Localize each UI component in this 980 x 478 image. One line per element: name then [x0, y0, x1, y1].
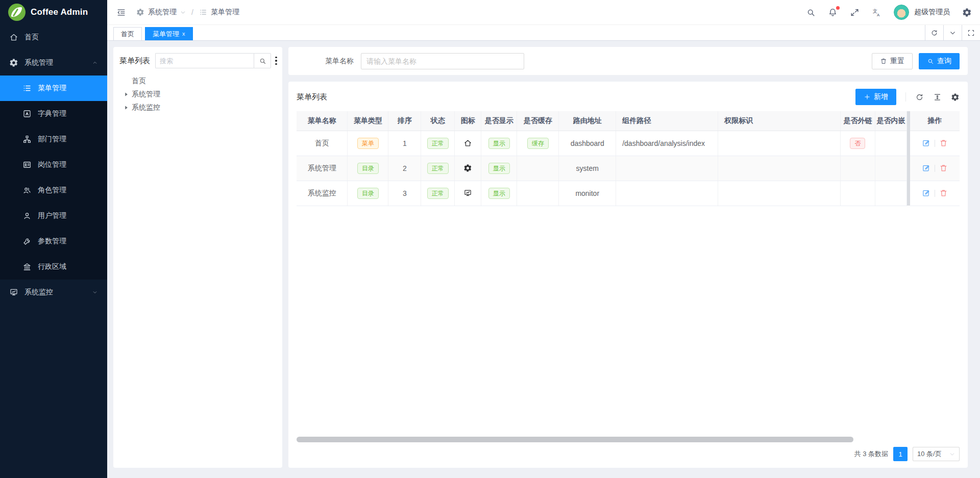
sidebar-item-region-mgmt[interactable]: 行政区域	[0, 254, 107, 280]
tree-search	[155, 53, 271, 68]
delete-icon[interactable]	[939, 139, 948, 147]
caret-right-icon[interactable]	[122, 104, 130, 111]
refresh-tab-button[interactable]	[925, 25, 943, 40]
sidebar-item-param-mgmt[interactable]: 参数管理	[0, 229, 107, 254]
add-button[interactable]: 新增	[855, 89, 896, 105]
sidebar-item-role-mgmt[interactable]: 角色管理	[0, 178, 107, 203]
action-row	[910, 181, 960, 206]
col-header: 路由地址	[559, 111, 616, 131]
main-area: 系统管理 / 菜单管理 文A 超级管理员	[107, 0, 980, 478]
dictionary-icon	[22, 109, 32, 118]
tab-options-button[interactable]	[943, 25, 962, 40]
logo-leaf-icon	[8, 4, 26, 21]
tab-menu-mgmt[interactable]: 菜单管理 x	[145, 27, 193, 40]
col-header: 图标	[455, 111, 481, 131]
reset-button[interactable]: 重置	[872, 53, 913, 69]
sidebar-item-label: 部门管理	[38, 135, 66, 144]
settings-gear-icon[interactable]	[962, 8, 972, 17]
user-menu[interactable]: 超级管理员	[894, 5, 950, 20]
tab-close-icon[interactable]: x	[182, 31, 185, 37]
sidebar-item-label: 行政区域	[38, 262, 66, 271]
col-header: 菜单类型	[348, 111, 388, 131]
edit-icon[interactable]	[922, 164, 930, 172]
collapse-sidebar-icon[interactable]	[116, 8, 126, 17]
pagination-total: 共 3 条数据	[854, 449, 888, 459]
page-size-select[interactable]: 10 条/页	[913, 447, 960, 461]
menu-table: 菜单名称 菜单类型 排序 状态 图标 是否显示 是否缓存 路由地址 组件路径	[297, 111, 907, 206]
action-column-table: 操作	[910, 111, 960, 206]
sidebar-item-monitor[interactable]: 系统监控	[0, 280, 107, 305]
sidebar-item-label: 角色管理	[38, 186, 66, 195]
tree-node-label: 系统监控	[132, 103, 160, 112]
table-row[interactable]: 系统管理 目录 2 正常 显示 system	[297, 156, 907, 181]
horizontal-scrollbar-thumb[interactable]	[297, 437, 853, 442]
menu-name-input[interactable]	[361, 53, 524, 69]
cell-menu-name: 系统管理	[297, 156, 348, 181]
sidebar-item-menu-mgmt[interactable]: 菜单管理	[0, 76, 107, 101]
breadcrumb-separator: /	[191, 8, 193, 16]
horizontal-scrollbar	[297, 437, 960, 442]
table-row[interactable]: 首页 菜单 1 正常 显示 缓存 dashboard /dashboard/an…	[297, 131, 907, 156]
search-icon[interactable]	[806, 8, 816, 17]
query-buttons: 重置 查询	[872, 53, 960, 69]
sidebar-item-system[interactable]: 系统管理	[0, 50, 107, 76]
search-button[interactable]: 查询	[919, 53, 960, 69]
right-column: 菜单名称 重置 查询	[288, 47, 968, 468]
translate-icon[interactable]: 文A	[872, 8, 881, 17]
monitor-icon	[9, 288, 18, 297]
cell-perm	[718, 131, 841, 156]
content-fullscreen-button[interactable]	[962, 25, 980, 40]
tree-node-monitor[interactable]: 系统监控	[119, 101, 276, 114]
refresh-icon[interactable]	[915, 93, 924, 102]
sidebar-item-dept-mgmt[interactable]: 部门管理	[0, 127, 107, 152]
fullscreen-icon[interactable]	[850, 8, 860, 17]
tree-node-system[interactable]: 系统管理	[119, 88, 276, 101]
page-size-value: 10 条/页	[917, 449, 942, 459]
op-divider	[935, 140, 935, 147]
col-header: 是否外链	[840, 111, 875, 131]
sidebar-item-label: 用户管理	[38, 211, 66, 220]
notification-bell[interactable]	[828, 8, 838, 17]
edit-icon[interactable]	[922, 139, 930, 147]
table-card-title: 菜单列表	[297, 92, 327, 102]
column-settings-gear-icon[interactable]	[951, 93, 960, 102]
sidebar-item-label: 系统监控	[24, 288, 53, 297]
caret-right-icon[interactable]	[122, 91, 130, 98]
menu-tree: 首页 系统管理 系统监控	[119, 74, 276, 114]
edit-icon[interactable]	[922, 189, 930, 197]
query-field-label: 菜单名称	[325, 57, 354, 66]
monitor-icon	[463, 189, 472, 197]
menu-tree-panel: 菜单列表 首页 系统管理	[113, 47, 282, 468]
tab-bar-tools	[925, 25, 980, 40]
delete-icon[interactable]	[939, 189, 948, 197]
avatar	[894, 5, 909, 20]
tree-node-home[interactable]: 首页	[119, 74, 276, 88]
sidebar-item-dict-mgmt[interactable]: 字典管理	[0, 101, 107, 127]
tree-search-input[interactable]	[155, 53, 254, 68]
tab-home[interactable]: 首页	[113, 27, 142, 40]
cell-sort: 3	[388, 181, 421, 206]
tree-search-button[interactable]	[254, 53, 271, 68]
maximize-icon	[967, 29, 975, 37]
home-icon	[9, 33, 18, 42]
breadcrumb-item[interactable]: 系统管理	[148, 8, 177, 17]
sidebar-item-post-mgmt[interactable]: 岗位管理	[0, 152, 107, 178]
page-content: 菜单列表 首页 系统管理	[107, 41, 980, 478]
page-number-button[interactable]: 1	[893, 447, 908, 461]
table-row[interactable]: 系统监控 目录 3 正常 显示 monitor	[297, 181, 907, 206]
col-header: 排序	[388, 111, 421, 131]
tree-node-label: 系统管理	[132, 90, 160, 99]
row-height-icon[interactable]	[933, 93, 942, 102]
delete-icon[interactable]	[939, 164, 948, 172]
tree-more-button[interactable]	[275, 56, 277, 66]
cell-inner	[875, 156, 906, 181]
sidebar-item-user-mgmt[interactable]: 用户管理	[0, 203, 107, 229]
svg-text:A: A	[877, 13, 880, 17]
chevron-down-icon	[180, 10, 186, 15]
cell-inner	[875, 131, 906, 156]
cell-route: dashboard	[559, 131, 616, 156]
id-card-icon	[22, 160, 32, 169]
sidebar-item-home[interactable]: 首页	[0, 24, 107, 50]
add-button-label: 新增	[874, 92, 888, 102]
list-icon	[199, 8, 207, 16]
